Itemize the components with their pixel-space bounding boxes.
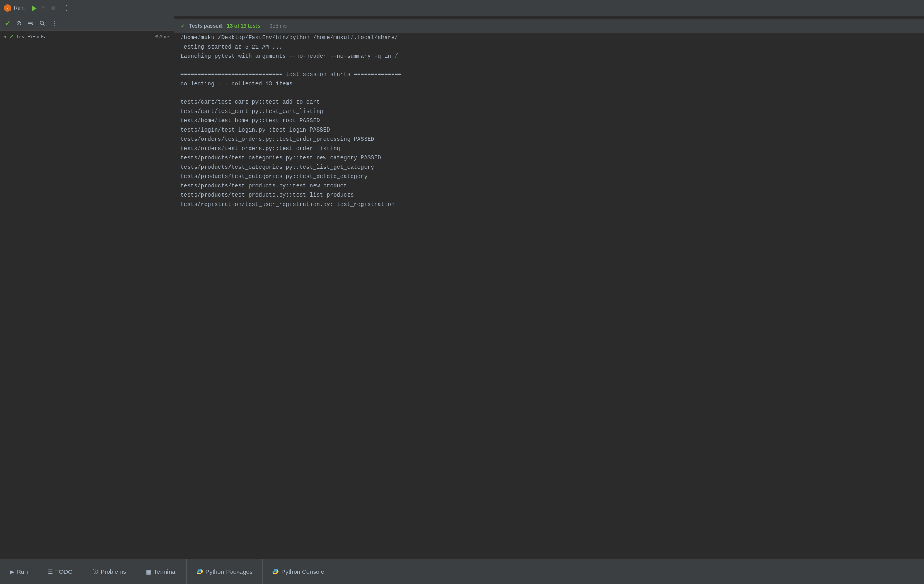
tab-problems[interactable]: ⓘ Problems — [83, 559, 136, 584]
app-icon: r — [4, 4, 11, 12]
panel-toolbar: ✓ ⊘ ⋮ — [0, 16, 174, 31]
run-text: Run: — [14, 5, 25, 11]
svg-line-7 — [43, 24, 45, 26]
status-tabs: ▶ Run ☰ TODO ⓘ Problems ▣ Terminal Pytho… — [0, 559, 334, 584]
console-line: tests/cart/test_cart.py::test_cart_listi… — [174, 107, 924, 116]
problems-tab-label: Problems — [101, 568, 126, 575]
console-line: tests/orders/test_orders.py::test_order_… — [174, 135, 924, 144]
status-separator: – — [263, 23, 266, 29]
status-time: 353 ms — [269, 23, 287, 29]
todo-tab-icon: ☰ — [48, 569, 53, 575]
terminal-tab-label: Terminal — [154, 568, 177, 575]
console-line: Testing started at 5:21 AM ... — [174, 42, 924, 52]
python-packages-tab-label: Python Packages — [206, 568, 253, 575]
console-line: tests/cart/test_cart.py::test_add_to_car… — [174, 98, 924, 107]
sort-button[interactable] — [25, 19, 36, 28]
svg-text:r: r — [7, 6, 8, 10]
console-line — [174, 61, 924, 70]
tab-python-console[interactable]: Python Console — [263, 559, 334, 584]
svg-point-6 — [40, 21, 44, 24]
terminal-tab-icon: ▣ — [146, 569, 151, 575]
console-line: tests/registration/test_user_registratio… — [174, 200, 924, 209]
test-results-time: 353 ms — [155, 34, 170, 40]
console-line: tests/products/test_categories.py::test_… — [174, 163, 924, 172]
right-panel[interactable]: ✓ Tests passed: 13 of 13 tests – 353 ms … — [174, 16, 924, 559]
tab-todo[interactable]: ☰ TODO — [38, 559, 83, 584]
console-line: tests/home/test_home.py::test_root PASSE… — [174, 116, 924, 125]
play-button[interactable]: ▶ — [30, 3, 39, 13]
svg-rect-4 — [28, 25, 30, 25]
toolbar-separator — [59, 4, 59, 12]
svg-rect-3 — [28, 23, 32, 24]
console-line: /home/mukul/Desktop/FastEnv/bin/python /… — [174, 33, 924, 42]
console-line: tests/products/test_categories.py::test_… — [174, 172, 924, 181]
console-line: collecting ... collected 13 items — [174, 79, 924, 89]
run-label: r Run: — [4, 4, 25, 12]
console-line: tests/login/test_login.py::test_login PA… — [174, 125, 924, 135]
test-results-tree[interactable]: ▼ ✓ Test Results 353 ms — [0, 31, 174, 559]
console-line: tests/products/test_products.py::test_ne… — [174, 181, 924, 191]
todo-tab-label: TODO — [55, 568, 73, 575]
console-output: /home/mukul/Desktop/FastEnv/bin/python /… — [174, 33, 924, 209]
status-label: Tests passed: — [189, 23, 224, 29]
main-area: ✓ ⊘ ⋮ ▼ ✓ T — [0, 16, 924, 559]
run-tab-label: Run — [17, 568, 28, 575]
console-line: tests/products/test_categories.py::test_… — [174, 153, 924, 163]
console-line: Launching pytest with arguments --no-hea… — [174, 52, 924, 61]
status-bar: ✓ Tests passed: 13 of 13 tests – 353 ms — [174, 19, 924, 33]
status-check-icon: ✓ — [180, 22, 186, 30]
stop-button[interactable]: ■ — [49, 3, 57, 13]
python-packages-tab-icon — [197, 568, 203, 576]
left-panel: ✓ ⊘ ⋮ ▼ ✓ T — [0, 16, 174, 559]
test-results-root[interactable]: ▼ ✓ Test Results 353 ms — [0, 32, 174, 41]
python-console-tab-icon — [272, 568, 279, 576]
tab-run[interactable]: ▶ Run — [0, 559, 38, 584]
cancel-button[interactable]: ⊘ — [14, 18, 23, 28]
more-options-button[interactable]: ⋮ — [61, 3, 72, 13]
tree-arrow: ▼ — [3, 34, 8, 39]
console-line — [174, 89, 924, 98]
console-line: tests/orders/test_orders.py::test_order_… — [174, 144, 924, 153]
tab-terminal[interactable]: ▣ Terminal — [136, 559, 187, 584]
svg-rect-2 — [28, 22, 33, 23]
bottom-status-bar: ▶ Run ☰ TODO ⓘ Problems ▣ Terminal Pytho… — [0, 559, 924, 584]
pass-icon: ✓ — [9, 34, 14, 40]
rerun-button[interactable]: ↻ — [39, 4, 49, 12]
search-button[interactable] — [37, 19, 48, 28]
top-toolbar: r Run: ▶ ↻ ■ ⋮ — [0, 0, 924, 16]
status-passed: ✓ Tests passed: 13 of 13 tests – 353 ms — [180, 22, 287, 30]
panel-more-button[interactable]: ⋮ — [49, 19, 59, 28]
check-all-button[interactable]: ✓ — [3, 18, 13, 28]
console-line: tests/products/test_products.py::test_li… — [174, 191, 924, 200]
problems-tab-icon: ⓘ — [93, 568, 98, 576]
status-count: 13 of 13 tests — [227, 23, 260, 29]
run-tab-icon: ▶ — [10, 569, 14, 575]
tab-python-packages[interactable]: Python Packages — [187, 559, 263, 584]
python-console-tab-label: Python Console — [281, 568, 324, 575]
console-line: ============================== test sess… — [174, 70, 924, 79]
test-results-label: Test Results — [16, 34, 45, 40]
